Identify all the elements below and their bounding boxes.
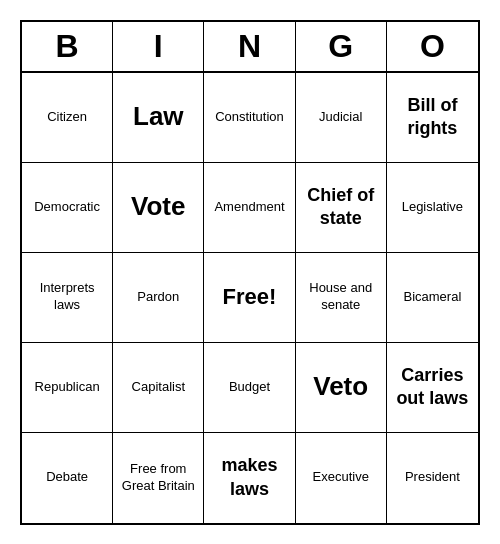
bingo-grid: CitizenLawConstitutionJudicialBill of ri… [22,73,478,523]
bingo-cell: Debate [22,433,113,523]
cell-text: Constitution [215,109,284,126]
bingo-cell: Democratic [22,163,113,253]
cell-text: Pardon [137,289,179,306]
bingo-cell: Law [113,73,204,163]
cell-text: Debate [46,469,88,486]
bingo-header: BINGO [22,22,478,73]
header-letter: I [113,22,204,71]
cell-text: Capitalist [132,379,185,396]
cell-text: Republican [35,379,100,396]
bingo-cell: Chief of state [296,163,387,253]
bingo-cell: Veto [296,343,387,433]
cell-text: President [405,469,460,486]
bingo-cell: Budget [204,343,295,433]
cell-text: Vote [131,191,185,222]
cell-text: Amendment [214,199,284,216]
bingo-cell: Interprets laws [22,253,113,343]
bingo-cell: Carries out laws [387,343,478,433]
bingo-cell: Judicial [296,73,387,163]
bingo-cell: Constitution [204,73,295,163]
cell-text: Bill of rights [391,94,474,141]
cell-text: Carries out laws [391,364,474,411]
cell-text: Veto [313,371,368,402]
cell-text: Legislative [402,199,463,216]
cell-text: Judicial [319,109,362,126]
header-letter: B [22,22,113,71]
bingo-cell: Bill of rights [387,73,478,163]
cell-text: Law [133,101,184,132]
bingo-cell: Bicameral [387,253,478,343]
bingo-cell: Pardon [113,253,204,343]
bingo-cell: Citizen [22,73,113,163]
cell-text: Chief of state [300,184,382,231]
cell-text: Democratic [34,199,100,216]
bingo-cell: President [387,433,478,523]
bingo-cell: Amendment [204,163,295,253]
header-letter: O [387,22,478,71]
bingo-cell: Executive [296,433,387,523]
header-letter: N [204,22,295,71]
bingo-card: BINGO CitizenLawConstitutionJudicialBill… [20,20,480,525]
bingo-cell: Republican [22,343,113,433]
header-letter: G [296,22,387,71]
cell-text: Budget [229,379,270,396]
cell-text: Citizen [47,109,87,126]
bingo-cell: Free! [204,253,295,343]
cell-text: makes laws [208,454,290,501]
cell-text: House and senate [300,280,382,314]
bingo-cell: House and senate [296,253,387,343]
cell-text: Free! [223,284,277,310]
cell-text: Free from Great Britain [117,461,199,495]
bingo-cell: Vote [113,163,204,253]
bingo-cell: Capitalist [113,343,204,433]
cell-text: Bicameral [403,289,461,306]
bingo-cell: Free from Great Britain [113,433,204,523]
cell-text: Interprets laws [26,280,108,314]
cell-text: Executive [313,469,369,486]
bingo-cell: makes laws [204,433,295,523]
bingo-cell: Legislative [387,163,478,253]
